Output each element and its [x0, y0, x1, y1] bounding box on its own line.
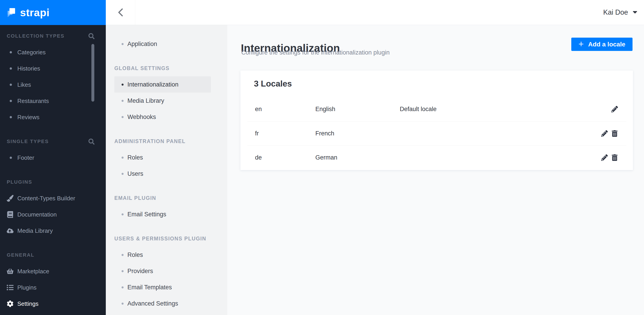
single-types-header: SINGLE TYPES [0, 133, 106, 150]
strapi-admin-window: strapi COLLECTION TYPES Categories Histo… [0, 0, 644, 315]
trash-icon [611, 154, 618, 161]
row-actions [600, 130, 618, 137]
book-icon [7, 211, 14, 218]
cloud-upload-icon [7, 227, 14, 234]
trash-icon [611, 130, 618, 137]
sidebar-item-marketplace[interactable]: Marketplace [0, 263, 106, 279]
edit-locale-button[interactable] [611, 106, 618, 112]
subnav-item-up-providers[interactable]: Providers [106, 263, 227, 279]
subnav-item-media-library[interactable]: Media Library [106, 93, 227, 109]
bullet-icon [10, 116, 12, 118]
sidebar-item-plugins[interactable]: Plugins [0, 279, 106, 296]
subnav-item-up-roles[interactable]: Roles [106, 247, 227, 263]
chevron-left-icon [118, 8, 123, 17]
section-single-types: SINGLE TYPES Footer [0, 133, 106, 166]
sidebar-item-categories[interactable]: Categories [0, 44, 106, 60]
delete-locale-button[interactable] [611, 130, 618, 137]
bullet-icon [122, 43, 124, 45]
plugins-header: PLUGINS [0, 174, 106, 190]
back-button[interactable] [106, 0, 135, 25]
bullet-icon [122, 254, 124, 256]
sidebar-item-documentation[interactable]: Documentation [0, 206, 106, 223]
bullet-icon [122, 213, 124, 215]
locale-code: de [255, 154, 315, 161]
sidebar-item-reviews[interactable]: Reviews [0, 109, 106, 125]
locales-table: en English Default locale fr French [247, 97, 626, 169]
sidebar-item-content-types-builder[interactable]: Content-Types Builder [0, 190, 106, 206]
main-content: Internationalization Configure the setti… [227, 25, 644, 315]
bullet-icon [122, 286, 124, 288]
general-header: GENERAL [0, 247, 106, 263]
list-icon [7, 284, 14, 291]
strapi-logo: strapi [0, 0, 106, 25]
locales-card-title: 3 Locales [240, 71, 633, 97]
settings-subnav: Application GLOBAL SETTINGS Internationa… [106, 25, 227, 315]
strapi-wordmark: strapi [20, 6, 50, 19]
row-actions [600, 154, 618, 161]
search-icon[interactable] [88, 139, 94, 145]
row-actions [600, 106, 618, 112]
bullet-icon [10, 67, 12, 70]
search-icon[interactable] [88, 33, 94, 39]
bullet-icon [122, 173, 124, 175]
locale-name: English [315, 106, 400, 113]
user-menu[interactable]: Kai Doe [603, 0, 637, 25]
pencil-icon [611, 106, 618, 112]
gear-icon [7, 300, 14, 307]
bullet-icon [10, 157, 12, 159]
bullet-icon [10, 51, 12, 53]
paintbrush-icon [7, 195, 14, 202]
section-plugins: PLUGINS Content-Types Builder Documentat… [0, 174, 106, 239]
sidebar-item-settings[interactable]: Settings [0, 296, 106, 312]
bullet-icon [122, 84, 124, 86]
section-collection-types: COLLECTION TYPES Categories Histories Li… [0, 28, 106, 125]
locale-code: fr [255, 130, 315, 137]
subnav-item-webhooks[interactable]: Webhooks [106, 109, 227, 125]
basket-icon [7, 268, 14, 275]
bullet-icon [122, 116, 124, 118]
sidebar-item-histories[interactable]: Histories [0, 60, 106, 77]
table-row-en: en English Default locale [247, 97, 626, 121]
subnav-header-global-settings: GLOBAL SETTINGS [106, 60, 227, 76]
bullet-icon [122, 100, 124, 102]
bullet-icon [122, 302, 124, 305]
page-subtitle: Configure the settings for the internati… [241, 49, 390, 56]
section-general: GENERAL Marketplace Plugins Settings [0, 247, 106, 312]
subnav-item-email-settings[interactable]: Email Settings [106, 206, 227, 222]
pencil-icon [601, 154, 608, 161]
sidebar-item-footer[interactable]: Footer [0, 150, 106, 166]
plus-icon: + [578, 40, 584, 49]
delete-locale-button[interactable] [611, 154, 618, 161]
edit-locale-button[interactable] [601, 154, 608, 161]
subnav-header-users-permissions-plugin: USERS & PERMISSIONS PLUGIN [106, 230, 227, 247]
subnav-item-application[interactable]: Application [106, 36, 227, 52]
subnav-header-email-plugin: EMAIL PLUGIN [106, 190, 227, 206]
sidebar-item-likes[interactable]: Likes [0, 77, 106, 93]
table-row-de: de German [247, 145, 626, 169]
subnav-item-up-advanced-settings[interactable]: Advanced Settings [106, 295, 227, 311]
subnav-item-admin-users[interactable]: Users [106, 166, 227, 182]
locales-card: 3 Locales en English Default locale fr F… [240, 71, 633, 170]
bullet-icon [122, 157, 124, 159]
topbar: Kai Doe [106, 0, 644, 25]
strapi-logo-icon [7, 8, 16, 17]
subnav-item-up-email-templates[interactable]: Email Templates [106, 279, 227, 295]
subnav-item-internationalization[interactable]: Internationalization [114, 76, 211, 93]
caret-down-icon [633, 11, 637, 14]
subnav-item-admin-roles[interactable]: Roles [106, 149, 227, 166]
collection-types-header: COLLECTION TYPES [0, 28, 106, 44]
bullet-icon [10, 100, 12, 102]
subnav-header-administration-panel: ADMINISTRATION PANEL [106, 133, 227, 149]
sidebar-scrollbar-thumb[interactable] [92, 44, 94, 102]
sidebar-item-media-library[interactable]: Media Library [0, 223, 106, 239]
edit-locale-button[interactable] [601, 130, 608, 137]
table-row-fr: fr French [247, 121, 626, 145]
pencil-icon [601, 130, 608, 137]
sidebar-item-restaurants[interactable]: Restaurants [0, 93, 106, 109]
locale-code: en [255, 106, 315, 113]
add-locale-button[interactable]: + Add a locale [571, 38, 632, 51]
locale-name: German [315, 154, 400, 161]
bullet-icon [122, 270, 124, 272]
user-name: Kai Doe [603, 8, 628, 17]
bullet-icon [10, 84, 12, 86]
